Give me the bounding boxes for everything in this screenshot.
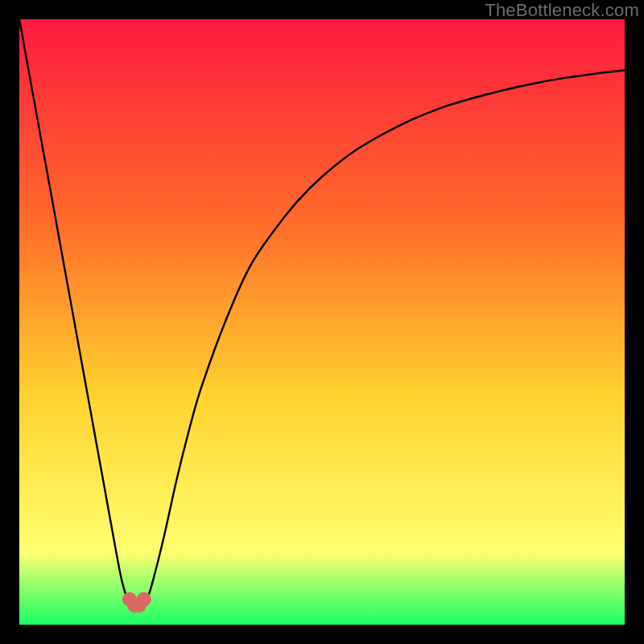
bottleneck-chart-svg: [19, 19, 625, 625]
minimum-marker: [137, 592, 151, 606]
outer-frame: TheBottleneck.com: [0, 0, 644, 644]
watermark-text: TheBottleneck.com: [485, 0, 639, 21]
plot-area: [19, 19, 625, 625]
gradient-background: [19, 19, 625, 625]
